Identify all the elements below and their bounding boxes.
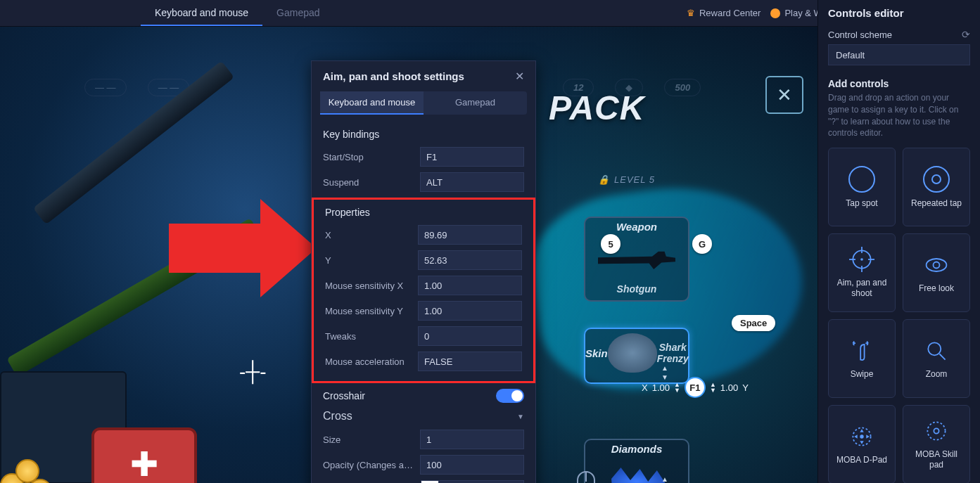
svg-point-6: [927, 259, 947, 271]
mouse-sens-x-input[interactable]: [418, 276, 522, 295]
locked-level: 🔒 LEVEL 5: [598, 174, 655, 185]
sens-x-label: X: [642, 382, 648, 393]
dialog-tab-gamepad[interactable]: Gamepad: [424, 91, 527, 115]
top-tabs: Keyboard and mouse Gamepad: [141, 0, 334, 26]
suspend-input[interactable]: [420, 172, 524, 192]
section-crosshair-row: Crosshair: [323, 389, 524, 403]
crown-icon: ♛: [687, 8, 695, 18]
control-scheme-select[interactable]: Default: [828, 44, 970, 65]
dialog-header: Aim, pan and shoot settings ✕: [312, 61, 535, 91]
sidebar-title: Controls editor: [828, 7, 970, 19]
x-icon: ✕: [777, 84, 792, 106]
hud-close-button[interactable]: ✕: [765, 76, 803, 114]
properties-highlight-box: Properties X Y Mouse sensitivity X Mouse…: [312, 198, 535, 383]
control-tap-spot[interactable]: Tap spot: [828, 148, 896, 226]
tweaks-input[interactable]: [418, 326, 522, 346]
crosshair-toggle[interactable]: [496, 389, 524, 403]
row-y: Y: [325, 250, 522, 270]
pack-title: PACK: [549, 89, 644, 127]
dialog-title: Aim, pan and shoot settings: [323, 70, 464, 82]
opacity-input[interactable]: [420, 455, 524, 475]
tweaks-label: Tweaks: [325, 331, 418, 342]
control-scheme-label-row: Control scheme ⟳: [828, 29, 970, 40]
control-scheme-label: Control scheme: [828, 30, 892, 40]
crosshair-indicator: -┼-: [239, 361, 267, 383]
key-overlay-5[interactable]: 5: [601, 234, 621, 254]
control-label: Swipe: [851, 369, 874, 380]
row-color: Color: [323, 480, 524, 483]
add-controls-hint: Drag and drop an action on your game to …: [828, 92, 970, 139]
section-properties: Properties: [325, 207, 522, 218]
swipe-icon: [849, 338, 874, 363]
color-input[interactable]: [438, 480, 524, 483]
crosshair-type-select[interactable]: Cross ▼: [323, 410, 524, 423]
row-size: Size: [323, 430, 524, 449]
key-overlay-space[interactable]: Space: [732, 315, 775, 331]
hud-coins: 500: [664, 79, 701, 96]
dialog-tab-keyboard[interactable]: Keyboard and mouse: [320, 91, 424, 115]
tab-keyboard-mouse[interactable]: Keyboard and mouse: [141, 0, 262, 26]
control-free-look[interactable]: Free look: [903, 233, 970, 312]
control-label: MOBA D-Pad: [836, 455, 887, 465]
card-footer: Shark Frenzy: [657, 342, 689, 364]
row-x: X: [325, 225, 522, 245]
control-swipe[interactable]: Swipe: [828, 319, 896, 398]
sync-icon[interactable]: ⟳: [962, 29, 970, 40]
svg-point-15: [860, 434, 863, 438]
color-swatch[interactable]: [421, 480, 439, 483]
section-key-bindings: Key bindings: [323, 129, 524, 140]
mouse-accel-label: Mouse acceleration: [325, 356, 418, 367]
control-aim-pan-shoot[interactable]: Aim, pan and shoot: [828, 233, 896, 312]
diamonds-art: [585, 458, 688, 483]
skin-card[interactable]: Skin Shark Frenzy: [584, 328, 689, 384]
row-mouse-sens-y: Mouse sensitivity Y: [325, 301, 522, 321]
control-moba-dpad[interactable]: MOBA D-Pad: [828, 405, 896, 483]
control-repeated-tap[interactable]: Repeated tap: [903, 148, 970, 226]
chevron-down-icon: ▼: [517, 413, 524, 420]
x-label: X: [325, 230, 418, 240]
reward-center-button[interactable]: ♛ Reward Center: [687, 8, 761, 18]
zoom-icon: [924, 338, 949, 363]
mouse-accel-input[interactable]: [418, 352, 522, 371]
y-input[interactable]: [418, 250, 522, 270]
control-moba-skill[interactable]: MOBA Skill pad: [903, 405, 970, 483]
row-suspend: Suspend: [323, 172, 524, 192]
key-overlay-f1[interactable]: F1: [685, 377, 706, 398]
start-stop-input[interactable]: [420, 147, 524, 167]
sens-y-label: Y: [742, 382, 749, 393]
controls-grid: Tap spot Repeated tap Aim, pan and shoot…: [828, 148, 970, 483]
sens-x-val: 1.00: [652, 382, 670, 393]
mouse-sens-y-input[interactable]: [418, 301, 522, 321]
control-label: Zoom: [926, 369, 948, 380]
diamonds-card[interactable]: Diamonds: [584, 439, 689, 483]
stepper-arrows-icon[interactable]: ▲▼: [674, 382, 680, 393]
control-label: Aim, pan and shoot: [833, 278, 891, 299]
key-overlay-g[interactable]: G: [692, 234, 712, 254]
row-tweaks: Tweaks: [325, 326, 522, 346]
locked-label: LEVEL 5: [614, 174, 655, 185]
control-zoom[interactable]: Zoom: [903, 319, 970, 398]
tab-gamepad[interactable]: Gamepad: [262, 0, 333, 26]
size-input[interactable]: [420, 430, 524, 449]
aim-sensitivity-overlay[interactable]: X 1.00 ▲▼ F1 ▲▼ 1.00 Y: [642, 377, 749, 398]
aim-icon: [849, 247, 874, 272]
row-start-stop: Start/Stop: [323, 147, 524, 167]
card-header: Skin: [585, 344, 608, 362]
dialog-close-button[interactable]: ✕: [515, 70, 524, 83]
control-scheme-value: Default: [836, 50, 865, 60]
game-viewport: — — — — 12 ◆ 500 ✕ PACK 🔒 LEVEL 5 -┼- We…: [0, 27, 817, 483]
moba-dpad-icon: [849, 424, 874, 449]
card-scroll-arrows[interactable]: ▲▼: [661, 475, 668, 483]
free-look-icon: [924, 252, 949, 278]
start-stop-label: Start/Stop: [323, 152, 420, 162]
stepper-arrows-icon[interactable]: ▲▼: [710, 382, 716, 393]
x-input[interactable]: [418, 225, 522, 245]
sens-y-val: 1.00: [720, 382, 738, 393]
opacity-label: Opacity (Changes ap...: [323, 460, 420, 470]
mouse-sens-y-label: Mouse sensitivity Y: [325, 306, 418, 316]
svg-point-7: [934, 262, 940, 268]
weapon-card[interactable]: Weapon Shotgun: [584, 217, 689, 302]
y-label: Y: [325, 255, 418, 266]
hud-chip: — —: [84, 79, 127, 96]
card-header: Diamonds: [585, 440, 688, 458]
